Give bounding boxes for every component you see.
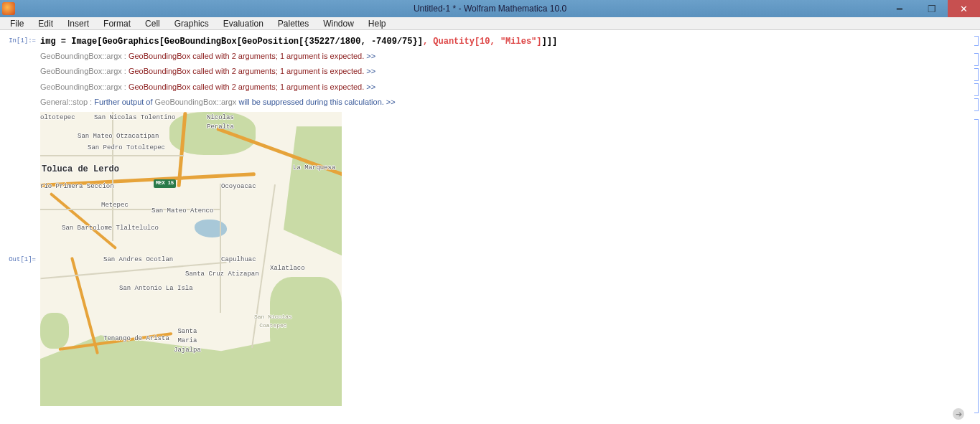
- msg-text: GeoBoundingBox called with 2 arguments; …: [129, 67, 364, 75]
- hwy-shield-mex15: MEX 15: [154, 179, 176, 188]
- menu-format[interactable]: Format: [96, 17, 138, 30]
- map-label: rio Primera Seccion: [40, 182, 114, 192]
- map-label: Metepec: [101, 201, 129, 210]
- menu-insert[interactable]: Insert: [60, 17, 96, 30]
- menu-window[interactable]: Window: [316, 17, 361, 30]
- out-label: Out[1]=: [6, 255, 40, 263]
- map-label: La Marquesa: [293, 164, 335, 173]
- msg-tag: GeoBoundingBox::argx: [40, 67, 122, 75]
- msg-line: GeoBoundingBox::argx : GeoBoundingBox ca…: [40, 65, 971, 78]
- msg-text: GeoBoundingBox called with 2 arguments; …: [129, 83, 364, 91]
- msg-line: General::stop : Further output of GeoBou…: [40, 95, 971, 109]
- msg-tag: GeoBoundingBox::argx: [40, 52, 122, 60]
- code-line[interactable]: img = Image[GeoGraphics[GeoBoundingBox[G…: [40, 37, 557, 47]
- msg-tag: GeoBoundingBox::argx: [40, 83, 122, 91]
- map-label: Nicolas Peralta: [207, 113, 234, 131]
- menu-evaluation[interactable]: Evaluation: [216, 17, 271, 30]
- menu-file[interactable]: File: [3, 17, 31, 30]
- output-cell: Out[1]=: [6, 112, 971, 406]
- msg-more-link[interactable]: >>: [364, 67, 375, 75]
- menu-edit[interactable]: Edit: [31, 17, 60, 30]
- msg-more-link[interactable]: >>: [364, 83, 375, 91]
- message-cell-stop: General::stop : Further output of GeoBou…: [6, 95, 971, 109]
- cell-bracket-output[interactable]: [970, 119, 979, 415]
- map-label-toluca: Toluca de Lerdo: [42, 164, 119, 176]
- message-cell-1: GeoBoundingBox::argx : GeoBoundingBox ca…: [6, 50, 971, 63]
- gen-text-2: will be suppressed during this calculati…: [236, 98, 383, 106]
- map-label: Santa Cruz Atizapan: [185, 270, 259, 279]
- cell-brackets[interactable]: [970, 53, 979, 113]
- window-controls: ━ ❐ ✕: [883, 0, 980, 17]
- map-output-image: MEX 15 oltotepec San Nicolas Tolentino N…: [40, 112, 342, 406]
- map-label: San Nicolas Tolentino: [94, 113, 175, 123]
- map-label: San Bartolome Tlaltelulco: [62, 224, 159, 233]
- gen-tag: General::stop: [40, 98, 88, 106]
- input-cell[interactable]: In[1]:= img = Image[GeoGraphics[GeoBound…: [6, 36, 971, 48]
- menu-graphics[interactable]: Graphics: [167, 17, 216, 30]
- msg-line: GeoBoundingBox::argx : GeoBoundingBox ca…: [40, 50, 971, 63]
- map-label: Capulhuac: [221, 255, 256, 265]
- map-label: San Nicolás Coatepec: [254, 313, 292, 329]
- msg-more-link[interactable]: >>: [364, 52, 375, 60]
- gen-more-link[interactable]: >>: [384, 98, 396, 106]
- map-label: Santa Maria Jajalpa: [174, 327, 201, 354]
- code-quantity: , Quantity[10, "Miles"]: [423, 37, 542, 47]
- msg-text: GeoBoundingBox called with 2 arguments; …: [129, 52, 364, 60]
- in-label: In[1]:=: [6, 36, 40, 44]
- map-label: oltotepec: [40, 113, 75, 123]
- menu-help[interactable]: Help: [361, 17, 393, 30]
- message-cell-2: GeoBoundingBox::argx : GeoBoundingBox ca…: [6, 65, 971, 78]
- window-titlebar: Untitled-1 * - Wolfram Mathematica 10.0 …: [0, 0, 980, 17]
- message-cell-3: GeoBoundingBox::argx : GeoBoundingBox ca…: [6, 80, 971, 94]
- maximize-button[interactable]: ❐: [915, 0, 948, 17]
- map-label: San Mateo Atenco: [151, 207, 213, 216]
- continue-arrow-icon[interactable]: ➔: [953, 408, 964, 420]
- app-icon: [2, 2, 15, 15]
- menu-bar: File Edit Insert Format Cell Graphics Ev…: [0, 17, 980, 30]
- gen-mid: GeoBoundingBox::argx: [155, 98, 237, 106]
- window-title: Untitled-1 * - Wolfram Mathematica 10.0: [414, 4, 566, 14]
- code-plain-2: ]]]: [542, 37, 558, 47]
- gen-text-1: Further output of: [94, 98, 154, 106]
- menu-palettes[interactable]: Palettes: [271, 17, 316, 30]
- minimize-button[interactable]: ━: [883, 0, 915, 17]
- menu-cell[interactable]: Cell: [138, 17, 167, 30]
- map-label: Xalatlaco: [270, 264, 305, 273]
- map-label: San Andres Ocotlan: [103, 255, 173, 265]
- map-label: San Pedro Totoltepec: [88, 143, 165, 153]
- close-button[interactable]: ✕: [948, 0, 980, 17]
- cell-bracket-input[interactable]: [974, 36, 979, 48]
- code-plain-1: img = Image[GeoGraphics[GeoBoundingBox[G…: [40, 37, 423, 47]
- map-label: Tenango de Arista: [103, 334, 169, 344]
- map-label: Ocoyoacac: [221, 182, 256, 192]
- map-label: San Mateo Otzacatipan: [78, 132, 159, 141]
- msg-line: GeoBoundingBox::argx : GeoBoundingBox ca…: [40, 80, 971, 94]
- notebook-area[interactable]: In[1]:= img = Image[GeoGraphics[GeoBound…: [0, 30, 980, 424]
- map-label: San Antonio La Isla: [119, 284, 193, 293]
